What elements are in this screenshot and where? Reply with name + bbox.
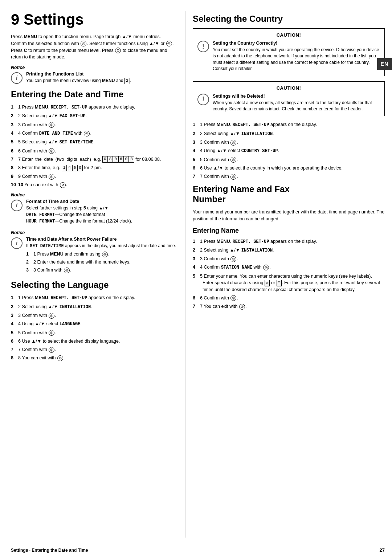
notice-content-format: Format of Time and Date Select further s… (26, 199, 178, 225)
step-item: 3 Confirm with ◎. (11, 312, 178, 319)
step-item: 10 You can exit with ⊘. (11, 181, 178, 188)
step-item: 4 Using ▲/▼ select LANGUAGE. (11, 321, 178, 327)
notice-text-power: If SET DATE/TIME appears in the display,… (26, 243, 178, 274)
caution-content-2: Settings will be Deleted! When you selec… (213, 94, 380, 113)
step-item: 1 Press MENU. RECEPT. SET-UP appears on … (11, 104, 178, 111)
step-item: 4 Confirm STATION NAME with ◎. (193, 264, 385, 271)
notice-title-format: Format of Time and Date (26, 199, 178, 204)
caution-icon-1: ! (197, 41, 209, 52)
step-item: 3 Confirm with ◎. (193, 139, 385, 146)
notice-content-power: Time and Date After a Short Power Failur… (26, 237, 178, 275)
left-column: 9 Settings Press MENU to open the functi… (11, 11, 185, 538)
footer-bar: Settings · Entering the Date and Time 27 (0, 545, 392, 555)
section-title-fax: Entering Name and FaxNumber (193, 184, 385, 204)
notice-title-printing: Printing the Functions List (26, 72, 178, 77)
caution-title-1: Setting the Country Correctly! (213, 41, 380, 46)
step-item: 6 Confirm with ◎. (193, 295, 385, 301)
step-item: 2 Select using ▲/▼ FAX SET-UP. (11, 113, 178, 119)
step-item: 8 You can exit with ⊘. (11, 355, 178, 361)
step-item: 7 Confirm with ◎. (11, 346, 178, 353)
notice-box-power: i Time and Date After a Short Power Fail… (11, 237, 178, 275)
caution-icon-2: ! (197, 94, 209, 105)
step-item: 7 Confirm with ◎. (193, 173, 385, 180)
step-item: 5 Select using ▲/▼ SET DATE/TIME. (11, 139, 178, 146)
notice-content-printing: Printing the Functions List You can prin… (26, 72, 178, 84)
caution-header-2: CAUTION! (197, 85, 380, 91)
en-tab: EN (377, 58, 392, 70)
footer-left: Settings · Entering the Date and Time (11, 548, 88, 553)
notice-label-printing: Notice (11, 65, 178, 70)
notice-text-printing: You can print the menu overview using ME… (26, 78, 178, 84)
footer-right: 27 (380, 547, 385, 553)
intro-text: Press MENU to open the function menu. Pa… (11, 33, 178, 61)
datetime-steps: 1 Press MENU. RECEPT. SET-UP appears on … (11, 104, 178, 188)
info-icon-printing: i (11, 72, 23, 84)
caution-box-deleted: CAUTION! ! Settings will be Deleted! Whe… (193, 81, 385, 117)
notice-title-power: Time and Date After a Short Power Failur… (26, 237, 178, 242)
fax-intro-text: Your name and your number are transmitte… (193, 209, 385, 223)
step-item: 9 Confirm with ◎. (11, 173, 178, 180)
sub-step-item: 2 Enter the date and time with the numer… (26, 259, 178, 265)
name-steps: 1 Press MENU. RECEPT. SET-UP appears on … (193, 238, 385, 310)
step-item: 2 Select using ▲/▼ INSTALLATION. (193, 247, 385, 254)
step-item: 5 Confirm with ◎. (193, 156, 385, 163)
page-title: 9 Settings (11, 11, 178, 28)
caution-title-2: Settings will be Deleted! (213, 94, 380, 99)
step-item: 1 Press MENU. RECEPT. SET-UP appears on … (193, 121, 385, 128)
language-steps: 1 Press MENU. RECEPT. SET-UP appears on … (11, 294, 178, 361)
step-item: 6 Use ▲/▼ to select the desired display … (11, 338, 178, 344)
caution-header-1: CAUTION! (197, 32, 380, 38)
section-title-language: Selecting the Language (11, 280, 178, 290)
content-area: 9 Settings Press MENU to open the functi… (0, 0, 392, 545)
step-item: 3 Confirm with ◎. (193, 256, 385, 262)
step-item: 6 Use ▲/▼ to select the country in which… (193, 165, 385, 171)
notice-text-format: Select further settings in step 5 using … (26, 205, 178, 225)
caution-text-1: You must set the country in which you ar… (213, 47, 380, 72)
notice-label-format: Notice (11, 192, 178, 197)
step-item: 8 Enter the time, e.g. 1400 for 2 pm. (11, 164, 178, 171)
country-steps: 1 Press MENU. RECEPT. SET-UP appears on … (193, 121, 385, 180)
caution-box-country: CAUTION! ! Setting the Country Correctly… (193, 28, 385, 76)
notice-box-printing: i Printing the Functions List You can pr… (11, 72, 178, 84)
caution-inner-2: ! Settings will be Deleted! When you sel… (197, 94, 380, 113)
caution-inner-1: ! Setting the Country Correctly! You mus… (197, 41, 380, 72)
info-icon-power: i (11, 237, 23, 249)
caution-content-1: Setting the Country Correctly! You must … (213, 41, 380, 72)
step-item: 4 Confirm DATE AND TIME with ◎. (11, 130, 178, 137)
power-sub-steps: 1 Press MENU and confirm using ◎. 2 Ente… (26, 251, 178, 273)
page-container: EN 9 Settings Press MENU to open the fun… (0, 0, 392, 555)
notice-label-power: Notice (11, 230, 178, 235)
step-item: 4 Using ▲/▼ select COUNTRY SET-UP. (193, 147, 385, 154)
caution-text-2: When you select a new country, all setti… (213, 100, 380, 113)
step-item: 1 Press MENU. RECEPT. SET-UP appears on … (11, 294, 178, 301)
sub-step-item: 1 Press MENU and confirm using ◎. (26, 251, 178, 257)
step-item: 2 Select using ▲/▼ INSTALLATION. (193, 130, 385, 137)
info-icon-format: i (11, 200, 23, 211)
step-item: 7 You can exit with ⊘. (193, 303, 385, 310)
section-title-country: Selecting the Country (193, 14, 385, 24)
step-item: 6 Confirm with ◎. (11, 148, 178, 154)
right-column: Selecting the Country CAUTION! ! Setting… (185, 11, 385, 538)
step-item: 2 Select using ▲/▼ INSTALLATION. (11, 303, 178, 310)
step-item: 5 Confirm with ◎. (11, 330, 178, 336)
step-item: 1 Press MENU. RECEPT. SET-UP appears on … (193, 238, 385, 245)
sub-section-title-name: Entering Name (193, 227, 385, 234)
sub-step-item: 3 Confirm with ◎. (26, 267, 178, 273)
step-item: 5 Enter your name. You can enter charact… (193, 273, 385, 293)
step-item: 3 Confirm with ◎. (11, 122, 178, 128)
step-item: 7 Enter the date (two digits each) e.g. … (11, 156, 178, 163)
notice-box-format: i Format of Time and Date Select further… (11, 199, 178, 225)
section-title-datetime: Entering the Date and Time (11, 89, 178, 99)
